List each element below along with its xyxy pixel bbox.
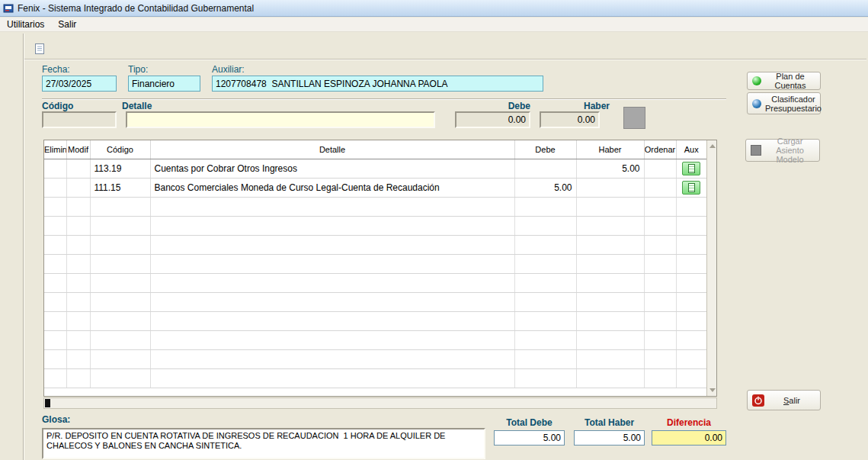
cell-codigo	[90, 292, 150, 311]
codigo-input[interactable]	[42, 111, 117, 128]
total-debe-field	[494, 430, 565, 446]
total-haber-field	[574, 430, 645, 446]
grid-horizontal-scrollbar[interactable]	[43, 397, 717, 409]
cell-debe	[514, 216, 576, 235]
table-row[interactable]	[44, 368, 706, 388]
cell-detalle: Bancos Comerciales Moneda de Curso Legal…	[150, 178, 514, 197]
cell-aux	[676, 368, 706, 388]
cell-aux	[676, 273, 706, 292]
cell-elimin	[44, 292, 66, 311]
cell-debe	[514, 273, 576, 292]
cell-elimin	[44, 311, 66, 330]
table-row[interactable]	[44, 330, 706, 349]
cell-modif	[66, 273, 90, 292]
document-icon	[688, 164, 695, 173]
green-sphere-icon	[752, 76, 761, 85]
cell-modif	[66, 254, 90, 273]
scrollbar-thumb[interactable]	[45, 399, 50, 407]
table-row[interactable]	[44, 197, 706, 216]
aux-button[interactable]	[682, 181, 700, 195]
cell-elimin	[44, 349, 66, 368]
new-document-button[interactable]	[31, 40, 48, 57]
table-row[interactable]	[44, 273, 706, 292]
cell-ordenar	[644, 159, 676, 178]
entry-action-button[interactable]	[623, 107, 645, 129]
debe-input[interactable]	[455, 111, 530, 128]
cell-haber	[576, 368, 644, 388]
power-icon	[752, 394, 764, 407]
cell-elimin	[44, 330, 66, 349]
grid-vertical-scrollbar[interactable]	[706, 140, 716, 396]
window-title: Fenix - Sistema Integrado de Contabilida…	[18, 3, 254, 14]
cell-aux	[676, 216, 706, 235]
cell-haber	[576, 273, 644, 292]
cell-codigo	[90, 368, 150, 388]
document-icon	[688, 183, 695, 192]
cell-modif	[66, 178, 90, 197]
cell-detalle	[150, 273, 514, 292]
cargar-asiento-label: Cargar Asiento Modelo	[765, 137, 815, 164]
aux-button[interactable]	[682, 162, 700, 175]
salir-label: Salir	[768, 396, 815, 405]
menu-item-salir[interactable]: Salir	[51, 18, 83, 31]
table-row[interactable]	[44, 235, 706, 254]
grid-header-2: Modif	[66, 140, 90, 159]
table-row[interactable]: 113.19Cuentas por Cobrar Otros Ingresos5…	[44, 159, 706, 178]
table-row[interactable]	[44, 292, 706, 311]
table-row[interactable]	[44, 349, 706, 368]
cell-debe: 5.00	[514, 178, 576, 197]
title-bar: Fenix - Sistema Integrado de Contabilida…	[0, 0, 868, 17]
cell-detalle	[150, 311, 514, 330]
panel-divider	[23, 34, 24, 460]
cell-detalle	[150, 330, 514, 349]
table-row[interactable]	[44, 216, 706, 235]
menu-item-utilitarios[interactable]: Utilitarios	[0, 18, 51, 31]
cell-elimin	[44, 216, 66, 235]
cell-elimin	[44, 273, 66, 292]
cell-debe	[514, 368, 576, 388]
table-row[interactable]	[44, 254, 706, 273]
blue-sphere-icon	[752, 99, 761, 108]
cell-codigo	[90, 216, 150, 235]
diferencia-label: Diferencia	[652, 417, 726, 428]
cell-elimin	[44, 159, 66, 178]
fecha-field[interactable]	[42, 76, 117, 92]
cell-codigo: 111.15	[90, 178, 150, 197]
cell-codigo	[90, 349, 150, 368]
cell-debe	[514, 330, 576, 349]
cell-codigo	[90, 330, 150, 349]
cell-ordenar	[644, 330, 676, 349]
table-row[interactable]	[44, 311, 706, 330]
haber-input[interactable]	[540, 111, 600, 128]
cell-haber	[576, 254, 644, 273]
detalle-input[interactable]	[126, 111, 435, 128]
cell-ordenar	[644, 292, 676, 311]
cell-elimin	[44, 178, 66, 197]
cell-aux	[676, 178, 706, 197]
cell-elimin	[44, 197, 66, 216]
cell-ordenar	[644, 216, 676, 235]
cell-codigo	[90, 254, 150, 273]
glosa-textarea[interactable]: P/R. DEPOSITO EN CUENTA ROTATIVA DE INGR…	[42, 428, 485, 459]
auxiliar-field[interactable]	[212, 76, 543, 92]
cell-modif	[66, 235, 90, 254]
cell-detalle	[150, 292, 514, 311]
cell-ordenar	[644, 178, 676, 197]
grid-body: 113.19Cuentas por Cobrar Otros Ingresos5…	[44, 159, 706, 388]
plan-de-cuentas-button[interactable]: Plan de Cuentas	[747, 72, 821, 90]
tipo-field[interactable]	[128, 76, 200, 92]
gray-box-icon	[751, 145, 761, 156]
clasificador-presupuestario-button[interactable]: Clasificador Presupuestario	[747, 92, 821, 114]
cell-ordenar	[644, 349, 676, 368]
cell-ordenar	[644, 368, 676, 388]
table-row[interactable]: 111.15Bancos Comerciales Moneda de Curso…	[44, 178, 706, 197]
grid-header-5: Debe	[514, 140, 576, 159]
cell-codigo: 113.19	[90, 159, 150, 178]
cell-codigo	[90, 197, 150, 216]
cell-aux	[676, 292, 706, 311]
cell-debe	[514, 235, 576, 254]
haber-label: Haber	[552, 101, 610, 111]
cell-haber	[576, 311, 644, 330]
auxiliar-label: Auxiliar:	[212, 64, 245, 75]
salir-button[interactable]: Salir	[747, 390, 821, 410]
